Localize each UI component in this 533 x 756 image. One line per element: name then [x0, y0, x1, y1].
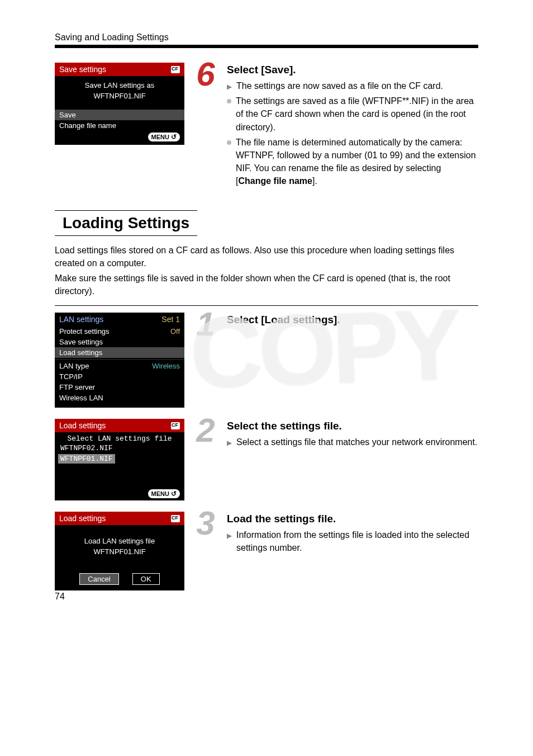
- screenB-f2: WFTNPF01.NIF: [58, 454, 115, 464]
- step3-b1: Information from the settings file is lo…: [236, 528, 478, 554]
- camera-screen-lan: LAN settings Set 1 Protect settingsOff S…: [55, 313, 184, 408]
- screenA-r1: Protect settings: [59, 327, 110, 336]
- step-number-1: 1: [194, 313, 217, 336]
- screenA-set: Set 1: [161, 315, 180, 324]
- bullet-icon: [227, 140, 231, 145]
- step1-heading: Select [Load settings].: [227, 314, 478, 326]
- screenA-r1v: Off: [170, 327, 180, 336]
- loading-title-box: Loading Settings: [55, 210, 197, 236]
- loading-p2: Make sure the settings file is saved in …: [55, 272, 478, 297]
- menu-pill: MENU↺: [148, 489, 180, 498]
- screen6-line2: WFTNPF01.NIF: [93, 92, 145, 100]
- screenA-title: LAN settings: [59, 315, 103, 324]
- step2-b1: Select a settings file that matches your…: [236, 436, 477, 448]
- screenA-r7: Wireless LAN: [59, 394, 103, 402]
- screenA-r3: Load settings: [55, 347, 184, 358]
- screenC-cancel: Cancel: [79, 573, 118, 585]
- triangle-icon: ▶: [227, 82, 232, 92]
- screen6-line1: Save LAN settings as: [85, 81, 154, 89]
- step6-b2: The settings are saved as a file (WFTNPF…: [236, 94, 478, 134]
- step6-heading: Select [Save].: [227, 64, 478, 76]
- step6-b1: The settings are now saved as a file on …: [236, 79, 443, 92]
- thin-rule: [55, 305, 478, 306]
- step-number-2: 2: [194, 419, 217, 442]
- loading-title: Loading Settings: [63, 214, 189, 231]
- step3-heading: Load the settings file.: [227, 513, 478, 525]
- cf-icon: [171, 66, 180, 73]
- cf-icon: [171, 515, 180, 522]
- screenB-title: Load settings: [59, 421, 106, 430]
- screen6-title: Save settings: [59, 65, 106, 74]
- camera-screen-load-confirm: Load settings Load LAN settings file WFT…: [55, 512, 184, 590]
- step-number-6: 6: [194, 63, 217, 86]
- bullet-icon: [227, 99, 231, 103]
- screenC-ok: OK: [132, 573, 160, 585]
- cf-icon: [171, 422, 180, 429]
- camera-screen-select-file: Load settings Select LAN settings file W…: [55, 419, 184, 500]
- header-section: Saving and Loading Settings: [55, 32, 478, 42]
- screenA-r4v: Wireless: [152, 362, 180, 370]
- screenC-line2: WFTNPF01.NIF: [93, 547, 145, 556]
- screenC-line1: Load LAN settings file: [84, 537, 155, 545]
- screenB-f1: WFTNPF02.NIF: [57, 443, 182, 453]
- triangle-icon: ▶: [227, 438, 232, 448]
- screen6-change-row: Change file name: [55, 120, 184, 131]
- page-number: 74: [55, 592, 65, 602]
- triangle-icon: ▶: [227, 531, 232, 541]
- screenA-r6: FTP server: [59, 383, 95, 391]
- camera-screen-save: Save settings Save LAN settings as WFTNP…: [55, 63, 184, 145]
- loading-p1: Load settings files stored on a CF card …: [55, 244, 478, 270]
- screenA-r4: LAN type: [59, 362, 89, 370]
- menu-pill: MENU↺: [148, 133, 180, 141]
- screen6-save-row: Save: [55, 110, 184, 120]
- screenA-r5: TCP/IP: [59, 372, 83, 381]
- screenB-sub: Select LAN settings file: [55, 432, 184, 443]
- step2-heading: Select the settings file.: [227, 420, 478, 432]
- step-number-3: 3: [194, 512, 217, 535]
- step6-b3: The file name is determined automaticall…: [236, 136, 478, 188]
- screenC-title: Load settings: [59, 514, 106, 523]
- header-rule: [55, 45, 478, 48]
- screenA-r2: Save settings: [59, 338, 103, 346]
